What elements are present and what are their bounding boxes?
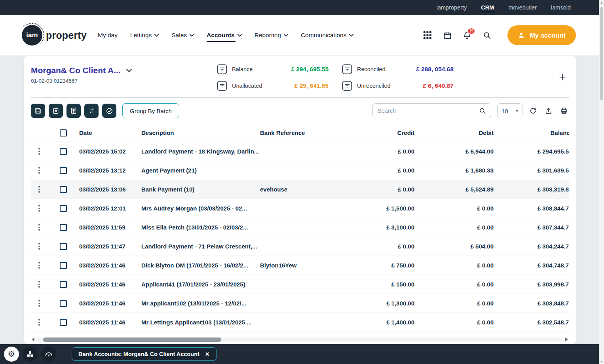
row-checkbox[interactable] [60,319,67,326]
row-description[interactable]: Landlord Payment - 18 Kingsway, Darlin..… [141,148,260,155]
print-button[interactable] [559,106,569,116]
modules-button[interactable] [23,347,38,362]
filter-icon[interactable] [217,81,227,91]
topbar-link-iamsold[interactable]: iamsold [551,4,571,11]
row-description[interactable]: Bank Payment (10) [141,186,260,193]
topbar-link-iamproperty[interactable]: iamproperty [437,4,467,11]
nav-my-day[interactable]: My day [98,28,118,43]
nav-lettings[interactable]: Lettings [130,28,159,43]
row-menu-icon[interactable] [37,146,42,157]
search-input[interactable] [378,108,479,114]
gauge-icon [44,350,53,358]
account-selector[interactable]: Morgan& Co Client A... [31,66,217,75]
row-menu-icon[interactable] [37,241,42,252]
row-checkbox[interactable] [60,167,67,174]
row-description[interactable]: Mr applicant102 (13/01/2025 - 12/02/... [141,300,260,307]
column-header-bank-reference[interactable]: Bank Reference [260,129,331,136]
topbar-link-movebutler[interactable]: movebutler [508,4,537,11]
scrollbar-thumb[interactable] [43,337,221,342]
scrollbar-thumb[interactable] [600,7,603,100]
nav-sales[interactable]: Sales [171,28,194,43]
row-debit: £ 0.00 [414,205,494,212]
row-checkbox[interactable] [60,281,67,288]
row-description[interactable]: Applicant41 (17/01/2025 - 23/01/2025) [141,281,260,288]
row-menu-icon[interactable] [37,184,42,195]
close-icon[interactable]: ✕ [205,351,210,357]
row-menu-icon[interactable] [37,260,42,271]
scroll-left-icon[interactable] [32,337,34,341]
page-size-select[interactable]: 10 ▾ [497,103,522,118]
table-row[interactable]: 03/02/2025 11:46 Applicant41 (17/01/2025… [31,275,569,294]
row-description[interactable]: Mrs Audrey Morgan (03/03/2025 - 02... [141,205,260,212]
row-description[interactable]: Mr Lettings Applicant103 (13/01/2025 ... [141,319,260,326]
invoice-button[interactable]: $ [66,104,81,118]
row-debit: £ 0.00 [414,281,494,288]
row-checkbox[interactable] [60,148,67,155]
scroll-right-icon[interactable] [565,337,568,341]
nav-accounts[interactable]: Accounts [207,28,242,43]
search-icon[interactable] [479,107,486,114]
iamproperty-logo[interactable]: iam property [22,25,87,46]
apps-grid-icon[interactable] [423,30,432,40]
my-account-button[interactable]: My account [507,25,576,45]
topbar-link-crm[interactable]: CRM [481,4,494,11]
select-all-checkbox[interactable] [60,129,67,136]
table-row[interactable]: 03/02/2025 11:46 Mr applicant102 (13/01/… [31,294,569,313]
row-date: 03/02/2025 11:46 [79,281,141,288]
row-checkbox[interactable] [60,224,67,231]
scrollbar-track[interactable] [36,337,564,342]
calendar-icon[interactable] [443,30,452,40]
transfer-button[interactable] [84,104,99,118]
table-row[interactable]: 03/02/2025 11:47 Landlord Payment - 71 P… [31,237,569,256]
dashboard-button[interactable] [41,347,56,362]
statement-button[interactable] [49,104,63,118]
filter-icon[interactable] [217,64,227,74]
horizontal-scrollbar[interactable] [31,336,569,343]
filter-icon[interactable] [342,81,352,91]
table-row[interactable]: 03/02/2025 11:46 Dick Blyton DM (17/01/2… [31,256,569,275]
export-button[interactable] [544,106,553,116]
nav-reporting[interactable]: Reporting [255,28,288,43]
search-icon[interactable] [482,30,492,40]
row-description[interactable]: Dick Blyton DM (17/01/2025 - 16/02/2... [141,262,260,269]
row-checkbox[interactable] [60,300,67,307]
notifications-bell-icon[interactable]: 19 [462,30,472,40]
table-row[interactable]: 03/02/2025 13:06 Bank Payment (10) eveho… [31,180,569,199]
row-description[interactable]: Miss Ella Petch (13/01/2025 - 02/03/2... [141,224,260,231]
table-row[interactable]: 03/02/2025 12:01 Mrs Audrey Morgan (03/0… [31,199,569,218]
filter-icon[interactable] [342,64,352,74]
table-row[interactable]: 03/02/2025 15:02 Landlord Payment - 18 K… [31,142,569,161]
row-menu-icon[interactable] [37,298,42,309]
column-header-credit[interactable]: Credit [331,129,414,136]
table-row[interactable]: 03/02/2025 11:46 Mr Lettings Applicant10… [31,313,569,332]
open-tab-bank-accounts[interactable]: Bank Accounts: Morgan& Co Client Account… [72,347,217,361]
vertical-scrollbar[interactable]: ▲ ▼ [599,0,604,364]
scroll-down-icon[interactable]: ▼ [600,360,603,363]
row-menu-icon[interactable] [37,222,42,233]
row-checkbox[interactable] [60,243,67,250]
add-button[interactable] [556,71,569,83]
column-header-debit[interactable]: Debit [414,129,494,136]
column-header-date[interactable]: Date [79,129,141,136]
table-row[interactable]: 03/02/2025 11:59 Miss Ella Petch (13/01/… [31,218,569,237]
settings-button[interactable]: ⚙ [4,347,19,362]
row-menu-icon[interactable] [37,317,42,328]
column-header-balance[interactable]: Balance [494,129,569,136]
row-checkbox[interactable] [60,262,67,269]
column-header-description[interactable]: Description [141,129,260,136]
scroll-up-icon[interactable]: ▲ [600,1,603,4]
row-menu-icon[interactable] [37,165,42,176]
refresh-button[interactable] [528,106,538,116]
row-description[interactable]: Landlord Payment - 71 Pelaw Crescent,... [141,243,260,250]
row-description[interactable]: Agent Payment (21) [141,167,260,174]
save-button[interactable] [31,104,45,118]
nav-communications[interactable]: Communications [301,28,353,43]
reconcile-button[interactable] [102,104,116,118]
group-by-batch-button[interactable]: Group By Batch [122,103,179,118]
table-row[interactable]: 03/02/2025 13:12 Agent Payment (21) £ 0.… [31,161,569,180]
row-menu-icon[interactable] [37,203,42,214]
logo-iam-circle: iam [22,25,42,46]
row-menu-icon[interactable] [37,279,42,290]
row-checkbox[interactable] [60,186,67,193]
row-checkbox[interactable] [60,205,67,212]
